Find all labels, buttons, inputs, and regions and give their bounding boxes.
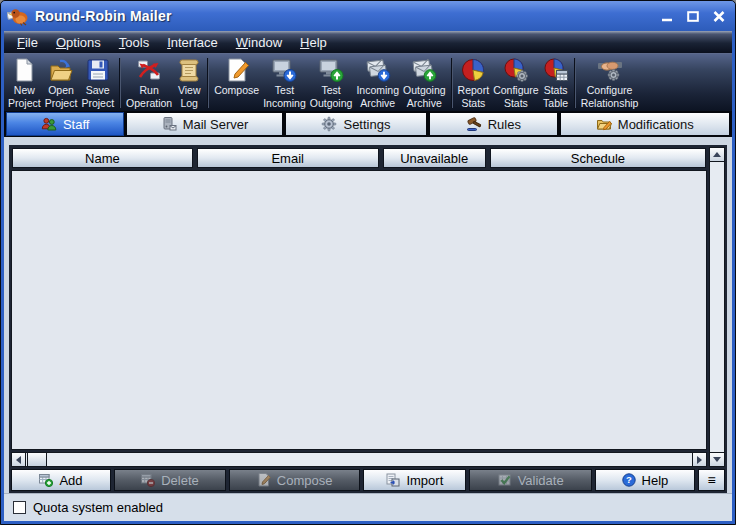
test-incoming-icon (271, 57, 297, 83)
help-button[interactable]: ? Help (595, 469, 695, 491)
toolbar-separator (574, 58, 576, 108)
left-arrow-icon (16, 456, 21, 464)
toolbar: New Project Open Project (4, 53, 732, 111)
close-icon (713, 11, 725, 22)
up-arrow-icon (713, 152, 721, 157)
stats-table-icon (543, 57, 569, 83)
toolbar-separator (119, 58, 121, 108)
table-header-row: Name Email Unavailable Schedule (11, 147, 707, 168)
incoming-archive-icon (365, 57, 391, 83)
horizontal-scroll-thumb[interactable] (27, 453, 47, 466)
compose-button[interactable]: Compose (212, 55, 261, 111)
tab-mail-server[interactable]: Mail Server (126, 112, 282, 136)
import-icon (386, 473, 400, 487)
add-icon (39, 473, 53, 487)
tab-label: Staff (63, 117, 90, 132)
test-outgoing-button[interactable]: Test Outgoing (308, 55, 355, 111)
button-label: Delete (161, 473, 199, 488)
list-menu-button[interactable]: ≡ (698, 469, 725, 491)
horizontal-scroll-trough[interactable] (47, 453, 692, 466)
staff-list-body[interactable] (11, 170, 707, 450)
menu-help[interactable]: Help (291, 33, 336, 52)
status-bar: Quota system enabled (4, 493, 732, 521)
svg-text:?: ? (626, 474, 632, 485)
button-label: Add (59, 473, 82, 488)
tab-modifications[interactable]: Modifications (560, 112, 730, 136)
menu-interface[interactable]: Interface (158, 33, 227, 52)
validate-button[interactable]: Validate (469, 469, 592, 491)
robin-bird-icon (7, 6, 29, 26)
tab-rules[interactable]: Rules (429, 112, 557, 136)
scroll-down-button[interactable] (710, 452, 724, 466)
quota-system-checkbox[interactable] (13, 501, 26, 514)
mail-server-icon (161, 116, 177, 132)
maximize-icon (687, 11, 699, 22)
button-label: Help (642, 473, 669, 488)
quota-system-label: Quota system enabled (33, 500, 163, 515)
column-header-unavailable[interactable]: Unavailable (383, 148, 486, 168)
tab-staff[interactable]: Staff (6, 112, 124, 136)
right-arrow-icon (697, 456, 702, 464)
import-button[interactable]: Import (363, 469, 466, 491)
maximize-button[interactable] (685, 9, 701, 23)
settings-icon (321, 116, 337, 132)
title-bar[interactable]: Round-Robin Mailer (1, 1, 735, 31)
action-bar: Add Delete (11, 469, 725, 491)
tab-label: Rules (488, 117, 521, 132)
compose-icon (224, 57, 250, 83)
open-project-icon (48, 57, 74, 83)
vertical-scrollbar[interactable] (709, 147, 725, 467)
configure-stats-icon (503, 57, 529, 83)
help-icon: ? (622, 473, 636, 487)
report-stats-button[interactable]: Report Stats (456, 55, 492, 111)
delete-button[interactable]: Delete (114, 469, 226, 491)
staff-panel: Name Email Unavailable Schedule (4, 137, 732, 521)
open-project-button[interactable]: Open Project (43, 55, 80, 111)
column-header-schedule[interactable]: Schedule (490, 148, 706, 168)
menu-options[interactable]: Options (47, 33, 110, 52)
compose-small-icon (257, 473, 271, 487)
new-project-button[interactable]: New Project (6, 55, 43, 111)
column-header-email[interactable]: Email (197, 148, 379, 168)
rules-icon (466, 116, 482, 132)
test-incoming-button[interactable]: Test Incoming (261, 55, 308, 111)
save-project-button[interactable]: Save Project (79, 55, 116, 111)
menu-window[interactable]: Window (227, 33, 291, 52)
modifications-icon (596, 116, 612, 132)
horizontal-scrollbar[interactable] (11, 452, 707, 467)
add-button[interactable]: Add (11, 469, 111, 491)
configure-relationship-icon (597, 57, 623, 83)
toolbar-separator (207, 58, 209, 108)
minimize-button[interactable] (659, 9, 675, 23)
view-log-button[interactable]: View Log (174, 55, 204, 111)
tab-label: Mail Server (183, 117, 249, 132)
tab-label: Settings (343, 117, 390, 132)
scroll-left-button[interactable] (12, 453, 26, 466)
configure-stats-button[interactable]: Configure Stats (491, 55, 541, 111)
compose-list-button[interactable]: Compose (229, 469, 360, 491)
tab-settings[interactable]: Settings (285, 112, 427, 136)
tab-bar: Staff Mail Server (4, 111, 732, 137)
close-button[interactable] (711, 9, 727, 23)
run-operation-button[interactable]: Run Operation (124, 55, 174, 111)
view-log-icon (176, 57, 202, 83)
menu-file[interactable]: File (8, 33, 47, 52)
stats-table-button[interactable]: Stats Table (541, 55, 571, 111)
configure-relationship-button[interactable]: Configure Relationship (579, 55, 641, 111)
menu-tools[interactable]: Tools (110, 33, 158, 52)
menu-bar: File Options Tools Interface Window Help (4, 31, 732, 53)
scroll-up-button[interactable] (710, 148, 724, 162)
incoming-archive-button[interactable]: Incoming Archive (354, 55, 401, 111)
save-project-icon (85, 57, 111, 83)
column-header-name[interactable]: Name (12, 148, 193, 168)
validate-icon (498, 473, 512, 487)
report-stats-icon (460, 57, 486, 83)
button-label: Compose (277, 473, 333, 488)
test-outgoing-icon (318, 57, 344, 83)
outgoing-archive-button[interactable]: Outgoing Archive (401, 55, 448, 111)
scroll-right-button[interactable] (692, 453, 706, 466)
button-label: Validate (518, 473, 564, 488)
new-project-icon (11, 57, 37, 83)
staff-list-panel: Name Email Unavailable Schedule (9, 145, 727, 493)
minimize-icon (661, 11, 673, 22)
